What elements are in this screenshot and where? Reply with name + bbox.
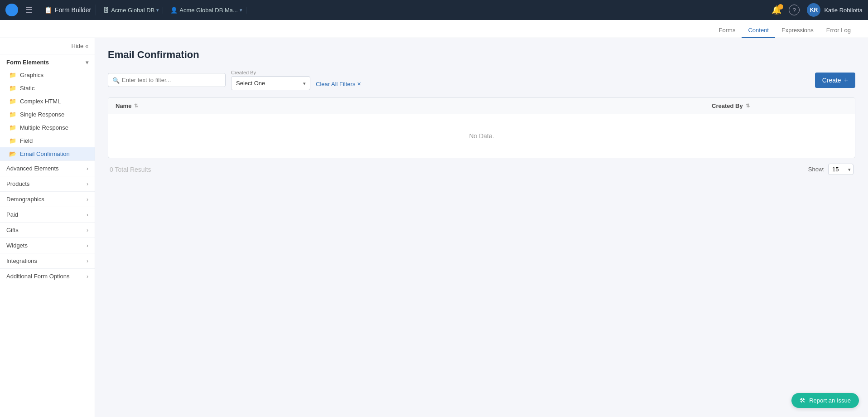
paid-label: Paid [6,211,18,218]
chevron-right-icon: › [87,227,88,233]
tab-error-log[interactable]: Error Log [820,23,857,38]
hide-label: Hide [72,43,84,49]
report-issue-label: Report an Issue [809,397,851,404]
folder-icon: 📁 [9,137,16,144]
sidebar-item-label: Complex HTML [20,98,61,105]
sidebar-item-products[interactable]: Products › [0,176,95,191]
sidebar-hide-button[interactable]: Hide « [72,43,88,49]
app-logo[interactable] [5,4,18,16]
tab-expressions[interactable]: Expressions [775,23,820,38]
created-by-select-wrapper: Select One ▾ [231,76,310,90]
show-wrapper: Show: 15 25 50 100 ▾ [808,164,854,175]
sidebar-item-paid[interactable]: Paid › [0,207,95,222]
sidebar-item-static[interactable]: 📁 Static [0,82,95,95]
db-dropdown[interactable]: 🗄 Acme Global DB ▾ [100,7,163,14]
created-by-label: Created By [231,70,310,75]
layout: Hide « Form Elements ▾ 📁 Graphics 📁 Stat… [0,38,868,417]
created-by-select[interactable]: Select One [231,76,310,90]
report-issue-icon: 🛠 [800,397,805,404]
form-builder-label: Form Builder [55,6,91,14]
search-input-wrap: 🔍 [108,73,226,87]
create-button[interactable]: Create + [815,73,855,88]
search-icon: 🔍 [112,77,120,83]
bell-badge [778,4,783,10]
sidebar-item-demographics[interactable]: Demographics › [0,191,95,207]
sidebar-item-label: Email Confirmation [20,150,70,157]
sidebar-item-label: Field [20,137,33,144]
sort-icon-name[interactable]: ⇅ [134,103,138,109]
tab-content[interactable]: Content [742,23,775,38]
create-label: Create [822,77,841,84]
advanced-elements-label: Advanced Elements [6,165,59,172]
user-context-chevron-icon: ▾ [240,7,242,13]
chevron-right-icon: › [87,258,88,264]
user-menu[interactable]: KR Katie Robilotta [807,3,863,17]
widgets-label: Widgets [6,242,28,249]
sub-nav: Forms Content Expressions Error Log [0,20,868,38]
db-chevron-icon: ▾ [156,7,159,13]
sidebar-item-multiple-response[interactable]: 📁 Multiple Response [0,121,95,134]
sidebar-item-integrations[interactable]: Integrations › [0,253,95,268]
sidebar-item-label: Static [20,85,35,92]
folder-icon: 📁 [9,124,16,131]
plus-icon: + [844,76,848,84]
user-context-icon: 👤 [170,7,178,14]
notification-bell[interactable]: 🔔 [772,5,781,15]
sidebar-item-label: Single Response [20,111,64,118]
sidebar-item-additional-form-options[interactable]: Additional Form Options › [0,268,95,284]
table-header: Name ⇅ Created By ⇅ [108,98,855,114]
sidebar-item-widgets[interactable]: Widgets › [0,238,95,253]
no-data-label: No Data. [469,132,494,140]
form-builder-nav-section: 📋 Form Builder [40,5,96,15]
sidebar-item-advanced-elements[interactable]: Advanced Elements › [0,160,95,176]
gifts-label: Gifts [6,227,19,233]
db-label: Acme Global DB [111,7,154,14]
main-content: Email Confirmation 🔍 Created By Select O… [95,38,868,417]
sidebar-item-label: Multiple Response [20,124,68,131]
search-input[interactable] [108,73,226,87]
sidebar: Hide « Form Elements ▾ 📁 Graphics 📁 Stat… [0,38,95,417]
db-icon: 🗄 [103,7,109,14]
show-select[interactable]: 15 25 50 100 [828,164,854,175]
integrations-label: Integrations [6,257,37,264]
table-body-no-data: No Data. [108,114,855,158]
folder-icon: 📁 [9,111,16,118]
table-col-created-by: Created By ⇅ [712,102,848,109]
col-name-label: Name [116,102,131,109]
sidebar-item-single-response[interactable]: 📁 Single Response [0,108,95,121]
table-footer: 0 Total Results Show: 15 25 50 100 ▾ [108,158,855,175]
chevron-right-icon: › [87,196,88,203]
sidebar-item-gifts[interactable]: Gifts › [0,222,95,238]
hamburger-icon[interactable]: ☰ [22,3,36,17]
form-elements-label: Form Elements [6,59,49,66]
sidebar-item-complex-html[interactable]: 📁 Complex HTML [0,95,95,108]
help-button[interactable]: ? [789,5,800,15]
tab-forms[interactable]: Forms [713,23,742,38]
created-by-wrap: Created By Select One ▾ [231,70,310,90]
clear-all-filters-button[interactable]: Clear All Filters ✕ [316,81,361,87]
form-elements-section[interactable]: Form Elements ▾ [0,54,95,68]
sort-icon-created[interactable]: ⇅ [746,103,750,109]
form-builder-icon: 📋 [44,6,52,14]
sidebar-item-field[interactable]: 📁 Field [0,134,95,147]
filter-bar: 🔍 Created By Select One ▾ Clear All Filt… [108,70,855,90]
top-nav: ☰ 📋 Form Builder 🗄 Acme Global DB ▾ 👤 Ac… [0,0,868,20]
folder-icon: 📁 [9,85,16,92]
clear-icon: ✕ [357,81,361,87]
user-name: Katie Robilotta [824,7,863,14]
sidebar-item-graphics[interactable]: 📁 Graphics [0,68,95,82]
folder-icon: 📂 [9,150,16,157]
clear-all-filters-label: Clear All Filters [316,81,355,87]
page-title: Email Confirmation [108,49,855,61]
sidebar-item-email-confirmation[interactable]: 📂 Email Confirmation [0,147,95,160]
additional-form-options-label: Additional Form Options [6,273,69,280]
report-issue-button[interactable]: 🛠 Report an Issue [791,393,859,408]
chevron-right-icon: › [87,242,88,249]
chevron-right-icon: › [87,181,88,187]
show-select-wrap: 15 25 50 100 ▾ [828,164,854,175]
user-context-dropdown[interactable]: 👤 Acme Global DB Ma... ▾ [167,7,246,14]
products-label: Products [6,180,29,187]
table-container: Name ⇅ Created By ⇅ No Data. [108,97,855,158]
form-elements-expand-icon: ▾ [86,59,88,66]
demographics-label: Demographics [6,196,44,203]
